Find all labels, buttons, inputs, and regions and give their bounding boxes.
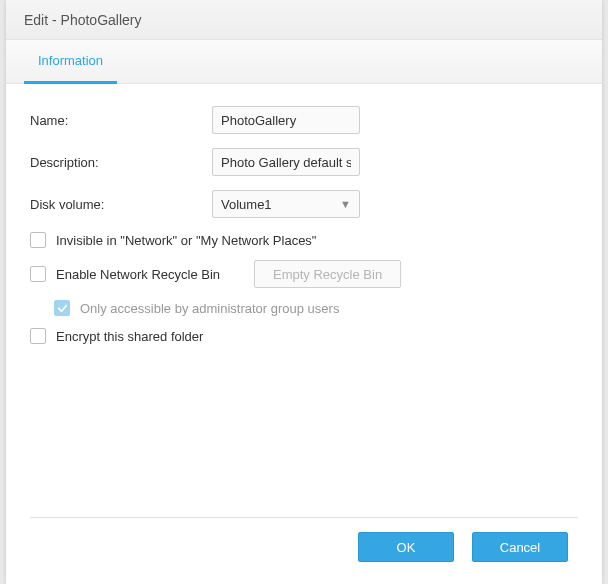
check-icon [57,303,68,314]
name-label: Name: [30,113,212,128]
encrypt-checkbox[interactable] [30,328,46,344]
admin-only-label: Only accessible by administrator group u… [80,301,339,316]
chevron-down-icon: ▼ [340,198,351,210]
empty-recycle-button: Empty Recycle Bin [254,260,401,288]
row-name: Name: [30,106,578,134]
description-label: Description: [30,155,212,170]
encrypt-label: Encrypt this shared folder [56,329,203,344]
disk-volume-value: Volume1 [221,197,272,212]
admin-only-checkbox [54,300,70,316]
row-disk-volume: Disk volume: Volume1 ▼ [30,190,578,218]
tab-label: Information [38,53,103,68]
row-recycle: Enable Network Recycle Bin Empty Recycle… [30,260,578,288]
recycle-label: Enable Network Recycle Bin [56,267,220,282]
row-encrypt: Encrypt this shared folder [30,328,578,344]
spacer [30,356,578,517]
footer-separator [30,517,578,518]
dialog-body: Name: Description: Disk volume: Volume1 … [6,84,602,584]
row-admin-only: Only accessible by administrator group u… [30,300,578,316]
ok-button[interactable]: OK [358,532,454,562]
dialog-footer: OK Cancel [30,532,578,584]
invisible-checkbox[interactable] [30,232,46,248]
tab-information[interactable]: Information [24,40,117,84]
edit-share-dialog: Edit - PhotoGallery Information Name: De… [6,0,602,584]
description-input[interactable] [212,148,360,176]
disk-volume-select[interactable]: Volume1 ▼ [212,190,360,218]
recycle-checkbox[interactable] [30,266,46,282]
disk-volume-label: Disk volume: [30,197,212,212]
dialog-title: Edit - PhotoGallery [24,12,142,28]
row-invisible: Invisible in "Network" or "My Network Pl… [30,232,578,248]
row-description: Description: [30,148,578,176]
tab-bar: Information [6,40,602,84]
cancel-button[interactable]: Cancel [472,532,568,562]
dialog-titlebar: Edit - PhotoGallery [6,0,602,40]
name-input[interactable] [212,106,360,134]
invisible-label: Invisible in "Network" or "My Network Pl… [56,233,316,248]
